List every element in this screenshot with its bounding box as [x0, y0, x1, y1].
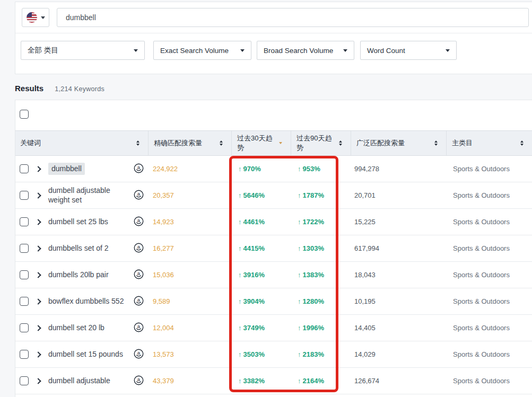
keyword-text: dumbbell: [48, 163, 85, 175]
trend-30d-value: ↑ 3904%: [231, 288, 291, 314]
trend-up-arrow-icon: ↑: [238, 271, 242, 279]
results-count: 1,214 Keywords: [55, 85, 104, 93]
table-row: dumbell set 15 pounds a 13,573 ↑ 3503% ↑…: [15, 341, 532, 368]
header-main-category[interactable]: 主类目: [446, 131, 532, 155]
main-category-value: Sports & Outdoors: [446, 209, 532, 235]
expand-chevron-icon[interactable]: [35, 192, 41, 198]
svg-text:a: a: [137, 350, 141, 356]
exact-volume-value: 15,036: [148, 262, 231, 288]
trend-up-arrow-icon: ↑: [238, 377, 242, 385]
row-checkbox[interactable]: [20, 350, 29, 359]
expand-chevron-icon[interactable]: [35, 166, 41, 172]
filter-row: 全部 类目 Exact Search Volume Broad Search V…: [15, 33, 532, 74]
keyword-text: dumbell set 15 pounds: [48, 350, 123, 359]
row-checkbox[interactable]: [20, 297, 29, 306]
keyword-text: dumbell set 25 lbs: [48, 217, 108, 227]
table-header-row: 关键词 精确匹配搜索量 过去30天趋势 过去90天趋势 广泛匹配搜索量 主类目: [15, 130, 532, 156]
amazon-icon[interactable]: a: [134, 190, 144, 201]
keyword-search-input[interactable]: [57, 8, 529, 27]
trend-up-arrow-icon: ↑: [238, 191, 242, 199]
broad-filter-label: Broad Search Volume: [264, 47, 333, 55]
amazon-icon[interactable]: a: [134, 269, 144, 281]
trend-up-arrow-icon: ↑: [298, 191, 301, 199]
main-category-value: Sports & Outdoors: [446, 182, 532, 208]
trend-90d-value: ↑ 1303%: [291, 235, 351, 261]
amazon-icon[interactable]: a: [134, 322, 144, 334]
marketplace-selector[interactable]: [22, 8, 49, 27]
header-broad-volume[interactable]: 广泛匹配搜索量: [351, 131, 446, 155]
header-keyword[interactable]: 关键词: [15, 131, 148, 155]
svg-text:a: a: [137, 376, 141, 382]
svg-text:a: a: [137, 323, 141, 329]
chevron-down-icon: [41, 16, 45, 19]
row-checkbox[interactable]: [20, 244, 29, 253]
trend-up-arrow-icon: ↑: [238, 165, 242, 173]
row-checkbox[interactable]: [20, 376, 29, 385]
expand-chevron-icon[interactable]: [35, 378, 41, 384]
chevron-down-icon: [343, 49, 347, 52]
trend-90d-value: ↑ 2183%: [291, 341, 351, 367]
results-bar: Results 1,214 Keywords: [15, 84, 104, 93]
broad-volume-value: 14,029: [351, 341, 446, 367]
word-count-filter-dropdown[interactable]: Word Count: [360, 41, 457, 60]
row-checkbox[interactable]: [20, 323, 29, 332]
keyword-text: dumbell adjustable weight set: [48, 186, 134, 205]
amazon-icon[interactable]: a: [134, 163, 144, 175]
row-checkbox[interactable]: [20, 270, 29, 279]
svg-text:a: a: [137, 297, 141, 303]
trend-up-arrow-icon: ↑: [238, 297, 242, 305]
amazon-icon[interactable]: a: [134, 296, 144, 307]
sort-icon: [434, 140, 438, 146]
broad-volume-value: 20,701: [351, 182, 446, 208]
sort-icon: [220, 140, 223, 146]
search-panel: 全部 类目 Exact Search Volume Broad Search V…: [15, 2, 532, 74]
amazon-icon[interactable]: a: [134, 216, 144, 228]
expand-chevron-icon[interactable]: [35, 272, 41, 278]
exact-volume-value: 14,923: [148, 209, 231, 235]
trend-30d-value: ↑ 3749%: [231, 315, 291, 341]
broad-search-volume-filter-dropdown[interactable]: Broad Search Volume: [257, 41, 354, 60]
exact-volume-value: 224,922: [148, 156, 231, 182]
trend-90d-value: ↑ 953%: [291, 156, 351, 182]
results-table: 关键词 精确匹配搜索量 过去30天趋势 过去90天趋势 广泛匹配搜索量 主类目: [15, 100, 532, 397]
category-filter-dropdown[interactable]: 全部 类目: [21, 41, 145, 60]
exact-volume-value: 12,004: [148, 315, 231, 341]
main-category-value: Sports & Outdoors: [446, 368, 532, 394]
main-category-value: Sports & Outdoors: [446, 315, 532, 341]
category-filter-label: 全部 类目: [28, 46, 58, 55]
expand-chevron-icon[interactable]: [35, 219, 41, 225]
table-row: dumbells 20lb pair a 15,036 ↑ 3916% ↑ 13…: [15, 262, 532, 288]
trend-up-arrow-icon: ↑: [298, 218, 301, 226]
amazon-icon[interactable]: a: [134, 243, 144, 254]
table-body: dumbbell a 224,922 ↑ 970% ↑ 953% 994,278…: [15, 156, 532, 394]
svg-text:a: a: [137, 191, 141, 197]
trend-30d-value: ↑ 3916%: [231, 262, 291, 288]
svg-text:a: a: [137, 217, 141, 223]
select-all-checkbox[interactable]: [20, 110, 29, 119]
amazon-icon[interactable]: a: [134, 375, 144, 387]
header-trend-30d[interactable]: 过去30天趋势: [231, 131, 291, 155]
exact-volume-value: 43,379: [148, 368, 231, 394]
amazon-icon[interactable]: a: [134, 349, 144, 360]
trend-30d-value: ↑ 4415%: [231, 235, 291, 261]
row-checkbox[interactable]: [20, 191, 29, 200]
row-checkbox[interactable]: [20, 217, 29, 226]
sort-icon: [520, 140, 524, 146]
exact-search-volume-filter-dropdown[interactable]: Exact Search Volume: [153, 41, 251, 60]
exact-volume-value: 20,357: [148, 182, 231, 208]
row-checkbox[interactable]: [20, 164, 29, 173]
trend-up-arrow-icon: ↑: [298, 377, 301, 385]
expand-chevron-icon[interactable]: [35, 351, 41, 357]
main-category-value: Sports & Outdoors: [446, 341, 532, 367]
expand-chevron-icon[interactable]: [35, 245, 41, 251]
header-exact-volume[interactable]: 精确匹配搜索量: [148, 131, 231, 155]
trend-up-arrow-icon: ↑: [298, 350, 301, 358]
expand-chevron-icon[interactable]: [35, 298, 41, 304]
broad-volume-value: 10,195: [351, 288, 446, 314]
broad-volume-value: 15,225: [351, 209, 446, 235]
keyword-text: dumbell adjustable: [48, 376, 110, 386]
exact-volume-value: 16,277: [148, 235, 231, 261]
header-trend-90d[interactable]: 过去90天趋势: [291, 131, 351, 155]
sort-icon: [136, 140, 139, 146]
expand-chevron-icon[interactable]: [35, 325, 41, 331]
